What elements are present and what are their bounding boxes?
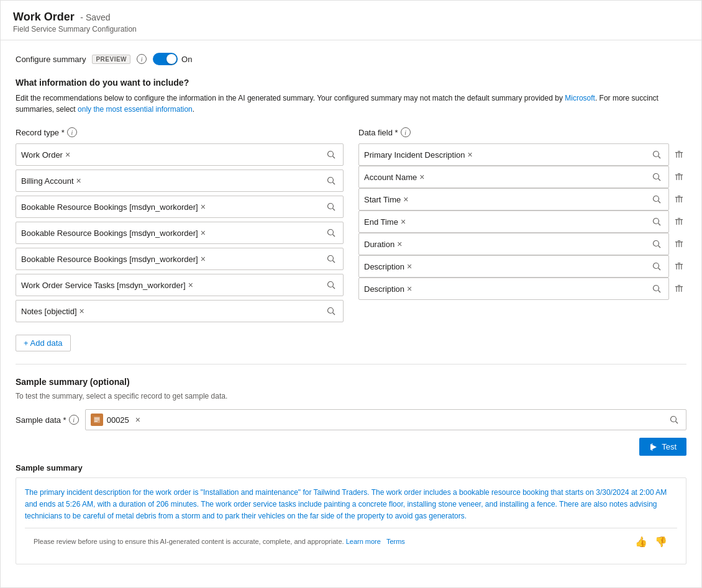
data-field-search-4[interactable] <box>650 237 663 251</box>
record-type-close-6[interactable]: × <box>80 307 84 315</box>
test-button[interactable]: Test <box>639 438 686 456</box>
section-divider <box>16 364 686 364</box>
svg-point-28 <box>654 196 659 202</box>
record-type-input-3[interactable]: Bookable Resource Bookings [msdyn_workor… <box>16 222 344 244</box>
svg-point-4 <box>328 204 334 209</box>
footer-disclaimer: Please review before using to ensure thi… <box>34 538 405 545</box>
svg-point-67 <box>671 417 677 422</box>
data-field-column: Data field * i Primary Incident Descript… <box>358 127 686 326</box>
svg-line-50 <box>659 268 661 271</box>
what-info-title: What information do you want to include? <box>16 78 686 88</box>
add-data-button[interactable]: + Add data <box>16 335 71 351</box>
svg-rect-32 <box>677 197 677 202</box>
data-field-delete-5[interactable] <box>672 259 686 274</box>
record-type-search-3[interactable] <box>324 226 338 240</box>
record-type-close-5[interactable]: × <box>188 281 193 289</box>
sample-summary-section-title: Sample summary (optional) <box>16 377 686 387</box>
data-field-delete-1[interactable] <box>672 170 686 184</box>
data-field-info-icon[interactable]: i <box>401 127 411 137</box>
svg-line-9 <box>333 261 335 263</box>
data-field-search-2[interactable] <box>650 192 663 206</box>
record-type-close-1[interactable]: × <box>76 176 81 185</box>
record-type-search-0[interactable] <box>324 148 338 161</box>
data-field-tag-4: Duration × <box>364 240 402 249</box>
svg-rect-39 <box>677 220 677 225</box>
data-field-search-6[interactable] <box>650 282 663 296</box>
svg-point-35 <box>654 219 659 224</box>
svg-rect-60 <box>677 287 677 292</box>
data-field-close-4[interactable]: × <box>397 240 402 248</box>
data-field-search-0[interactable] <box>650 148 663 161</box>
svg-line-5 <box>333 209 335 211</box>
data-field-delete-6[interactable] <box>672 281 686 296</box>
record-type-close-3[interactable]: × <box>201 228 206 237</box>
data-field-delete-3[interactable] <box>672 214 686 229</box>
record-type-input-1[interactable]: Billing Account × <box>16 170 344 192</box>
data-field-search-5[interactable] <box>650 260 663 273</box>
data-field-close-2[interactable]: × <box>403 195 408 204</box>
essential-info-link[interactable]: only the most essential information <box>78 105 193 114</box>
record-type-tag-2: Bookable Resource Bookings [msdyn_workor… <box>21 202 206 212</box>
thumbs-up-button[interactable]: 👍 <box>634 535 649 549</box>
record-type-column: Record type * i Work Order × <box>16 127 344 326</box>
data-field-input-2[interactable]: Start Time × <box>358 188 669 210</box>
record-type-input-6[interactable]: Notes [objectid] × <box>16 300 344 322</box>
configure-label: Configure summary <box>16 55 86 64</box>
data-field-close-3[interactable]: × <box>401 217 406 226</box>
terms-link[interactable]: Terms <box>386 538 405 545</box>
record-type-tag-1: Billing Account × <box>21 176 81 186</box>
data-field-close-6[interactable]: × <box>407 284 412 293</box>
data-field-input-0[interactable]: Primary Incident Description × <box>358 143 669 166</box>
svg-line-22 <box>659 179 661 181</box>
svg-point-56 <box>654 286 659 291</box>
record-type-input-0[interactable]: Work Order × <box>16 143 344 166</box>
data-field-tag-2: Start Time × <box>364 195 408 204</box>
what-info-description: Edit the recommendations below to config… <box>16 93 686 115</box>
toggle-thumb <box>166 54 176 64</box>
record-type-search-1[interactable] <box>324 174 338 188</box>
sample-data-info-icon[interactable]: i <box>69 415 79 425</box>
record-type-search-2[interactable] <box>324 200 338 214</box>
microsoft-link[interactable]: Microsoft <box>565 94 595 102</box>
thumbs-down-button[interactable]: 👎 <box>654 535 668 549</box>
data-field-close-1[interactable]: × <box>419 173 424 181</box>
data-field-tag-6: Description × <box>364 284 412 294</box>
data-field-input-1[interactable]: Account Name × <box>358 166 669 188</box>
sample-data-input[interactable]: 00025 × <box>85 409 686 430</box>
data-field-input-4[interactable]: Duration × <box>358 233 669 255</box>
configure-info-icon[interactable]: i <box>137 54 147 64</box>
data-field-input-5[interactable]: Description × <box>358 255 669 278</box>
preview-badge: PREVIEW <box>92 55 130 64</box>
record-type-close-4[interactable]: × <box>201 255 206 263</box>
data-field-search-3[interactable] <box>650 215 663 228</box>
record-type-close-0[interactable]: × <box>65 150 70 159</box>
data-field-input-6[interactable]: Description × <box>358 278 669 300</box>
data-field-search-1[interactable] <box>650 170 663 184</box>
learn-more-link[interactable]: Learn more <box>346 538 381 545</box>
data-field-close-0[interactable]: × <box>468 150 473 159</box>
svg-line-3 <box>333 183 335 185</box>
sample-data-search[interactable] <box>667 413 681 427</box>
record-type-input-5[interactable]: Work Order Service Tasks [msdyn_workorde… <box>16 274 344 296</box>
data-field-delete-0[interactable] <box>672 147 686 162</box>
record-type-search-4[interactable] <box>324 252 338 266</box>
data-field-close-5[interactable]: × <box>407 262 412 271</box>
sample-record-close[interactable]: × <box>135 415 140 424</box>
record-type-search-6[interactable] <box>324 304 338 318</box>
data-field-delete-2[interactable] <box>672 192 686 207</box>
data-field-input-3[interactable]: End Time × <box>358 210 669 233</box>
record-type-input-4[interactable]: Bookable Resource Bookings [msdyn_workor… <box>16 248 344 270</box>
data-field-tag-5: Description × <box>364 262 412 271</box>
record-row-2: Bookable Resource Bookings [msdyn_workor… <box>16 196 344 218</box>
record-type-info-icon[interactable]: i <box>67 127 77 137</box>
record-type-close-2[interactable]: × <box>201 202 206 211</box>
record-type-search-5[interactable] <box>324 278 338 292</box>
record-type-tag-0: Work Order × <box>21 150 70 160</box>
toggle-state: On <box>181 55 192 64</box>
record-type-input-2[interactable]: Bookable Resource Bookings [msdyn_workor… <box>16 196 344 218</box>
data-field-delete-4[interactable] <box>672 237 686 251</box>
svg-point-42 <box>654 241 659 247</box>
summary-toggle[interactable] <box>153 53 178 65</box>
record-row-0: Work Order × <box>16 143 344 166</box>
svg-rect-27 <box>681 175 681 180</box>
